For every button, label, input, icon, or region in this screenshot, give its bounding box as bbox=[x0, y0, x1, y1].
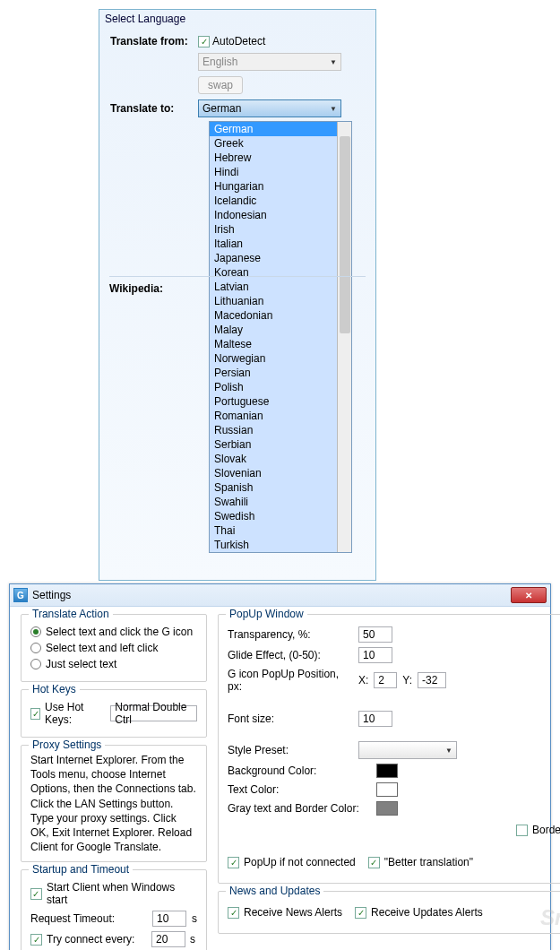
radio-icon bbox=[30, 626, 41, 637]
language-option[interactable]: Latvian bbox=[210, 280, 337, 294]
scrollbar[interactable] bbox=[337, 122, 351, 552]
news-alerts-checkbox[interactable]: ✓ bbox=[228, 907, 239, 919]
app-icon: G bbox=[13, 588, 28, 602]
translate-from-label: Translate from: bbox=[110, 35, 198, 48]
text-color-swatch[interactable] bbox=[376, 782, 398, 797]
chevron-down-icon: ▼ bbox=[330, 105, 337, 113]
swap-button: swap bbox=[198, 76, 243, 94]
select-language-panel: Select Language Translate from: ✓ AutoDe… bbox=[99, 9, 376, 581]
pos-x-input[interactable]: 2 bbox=[374, 672, 397, 688]
transparency-input[interactable]: 50 bbox=[358, 626, 392, 643]
radio-select-click-g[interactable]: Select text and click the G icon bbox=[30, 626, 197, 638]
updates-alerts-checkbox[interactable]: ✓ bbox=[355, 907, 366, 919]
startup-group: Startup and Timeout ✓ Start Client when … bbox=[21, 869, 207, 950]
language-option[interactable]: Malay bbox=[210, 323, 337, 337]
language-option[interactable]: Turkish bbox=[210, 538, 337, 552]
language-option[interactable]: Icelandic bbox=[210, 194, 337, 208]
language-option[interactable]: Hungarian bbox=[210, 179, 337, 194]
panel-title: Select Language bbox=[99, 10, 375, 28]
language-option[interactable]: Maltese bbox=[210, 337, 337, 351]
window-title: Settings bbox=[32, 589, 511, 601]
language-option[interactable]: Norwegian bbox=[210, 351, 337, 366]
language-option[interactable]: Slovenian bbox=[210, 466, 337, 480]
news-updates-group: News and Updates ✓Receive News Alerts ✓R… bbox=[218, 891, 560, 934]
pos-y-input[interactable]: -32 bbox=[418, 672, 446, 688]
language-option[interactable]: Macedonian bbox=[210, 308, 337, 323]
language-option[interactable]: Serbian bbox=[210, 437, 337, 452]
translate-action-group: Translate Action Select text and click t… bbox=[21, 614, 207, 682]
try-connect-checkbox[interactable]: ✓ bbox=[30, 934, 42, 946]
timeout-input[interactable]: 10 bbox=[152, 911, 186, 927]
style-preset-select[interactable]: ▼ bbox=[358, 741, 457, 759]
chevron-down-icon: ▼ bbox=[330, 58, 337, 66]
popup-window-group: PopUp Window Transparency, %: 50 Glide E… bbox=[218, 614, 560, 884]
hotkeys-group: Hot Keys ✓ Use Hot Keys: Normal Double C… bbox=[21, 689, 207, 738]
glide-input[interactable]: 10 bbox=[358, 647, 392, 663]
radio-icon bbox=[30, 643, 41, 653]
language-option[interactable]: Hebrew bbox=[210, 151, 337, 165]
radio-just-select[interactable]: Just select text bbox=[30, 658, 197, 670]
language-option[interactable]: Portuguese bbox=[210, 394, 337, 409]
proxy-help-text: Start Internet Explorer. From the Tools … bbox=[30, 753, 197, 854]
close-button[interactable]: ✕ bbox=[511, 587, 547, 603]
start-with-windows-checkbox[interactable]: ✓ bbox=[30, 888, 42, 900]
language-option[interactable]: Russian bbox=[210, 423, 337, 437]
bg-color-swatch[interactable] bbox=[376, 764, 398, 778]
to-language-select[interactable]: German ▼ bbox=[198, 99, 341, 117]
gray-color-swatch[interactable] bbox=[376, 801, 398, 816]
proxy-group: Proxy Settings Start Internet Explorer. … bbox=[21, 745, 207, 862]
titlebar[interactable]: G Settings ✕ bbox=[10, 584, 550, 607]
settings-window: G Settings ✕ Translate Action Select tex… bbox=[9, 583, 551, 950]
language-option[interactable]: Irish bbox=[210, 222, 337, 237]
wikipedia-label: Wikipedia: bbox=[109, 282, 163, 295]
popup-not-connected-checkbox[interactable]: ✓ bbox=[228, 857, 239, 868]
hotkey-input[interactable]: Normal Double Ctrl bbox=[110, 705, 197, 721]
radio-icon bbox=[30, 659, 41, 669]
border-checkbox[interactable]: ✓ bbox=[516, 825, 528, 836]
language-option[interactable]: Swedish bbox=[210, 509, 337, 523]
chevron-down-icon: ▼ bbox=[445, 747, 452, 755]
check-icon: ✓ bbox=[198, 36, 210, 48]
language-option[interactable]: Polish bbox=[210, 380, 337, 394]
language-option[interactable]: Hindi bbox=[210, 165, 337, 179]
language-option[interactable]: Greek bbox=[210, 136, 337, 151]
radio-select-left-click[interactable]: Select text and left click bbox=[30, 642, 197, 654]
autodetect-label: AutoDetect bbox=[212, 35, 265, 48]
use-hotkeys-checkbox[interactable]: ✓ bbox=[30, 708, 40, 720]
from-language-select: English ▼ bbox=[198, 53, 341, 71]
font-size-input[interactable]: 10 bbox=[358, 711, 392, 727]
language-option[interactable]: Romanian bbox=[210, 409, 337, 423]
better-translation-checkbox[interactable]: ✓ bbox=[368, 857, 380, 868]
translate-to-label: Translate to: bbox=[110, 102, 198, 115]
language-option[interactable]: Spanish bbox=[210, 480, 337, 495]
connect-interval-input[interactable]: 20 bbox=[151, 931, 185, 947]
language-option[interactable]: Lithuanian bbox=[210, 294, 337, 308]
language-option[interactable]: Korean bbox=[210, 265, 337, 280]
language-option[interactable]: Swahili bbox=[210, 495, 337, 509]
language-option[interactable]: Japanese bbox=[210, 251, 337, 265]
language-option[interactable]: Italian bbox=[210, 237, 337, 251]
language-option[interactable]: Thai bbox=[210, 523, 337, 538]
language-dropdown[interactable]: GermanGreekHebrewHindiHungarianIcelandic… bbox=[209, 121, 365, 553]
language-option[interactable]: German bbox=[210, 122, 337, 136]
language-option[interactable]: Indonesian bbox=[210, 208, 337, 222]
language-option[interactable]: Persian bbox=[210, 366, 337, 380]
autodetect-checkbox[interactable]: ✓ AutoDetect bbox=[198, 35, 265, 48]
language-option[interactable]: Slovak bbox=[210, 452, 337, 466]
